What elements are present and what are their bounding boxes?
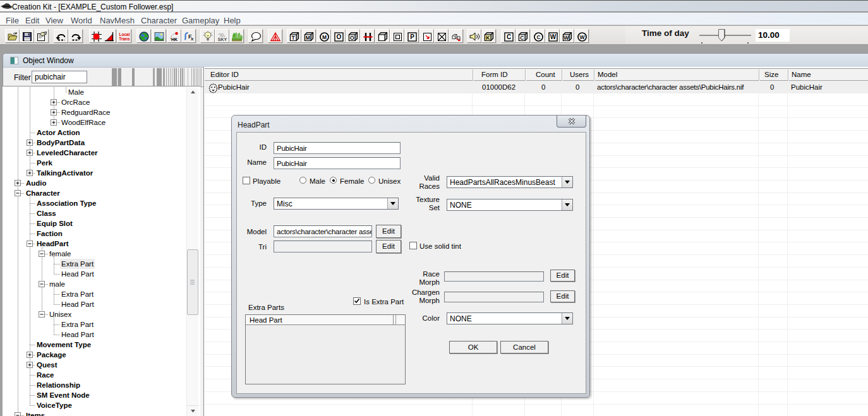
- svg-text:BodyPartData: BodyPartData: [37, 139, 85, 146]
- svg-text:T: T: [292, 35, 296, 41]
- svg-text:Head Part: Head Part: [61, 331, 95, 338]
- svg-text:LeveledCharacter: LeveledCharacter: [37, 149, 98, 157]
- svg-text:VoiceType: VoiceType: [37, 401, 72, 409]
- svg-text:Race: Race: [37, 371, 54, 379]
- svg-text:Head Part: Head Part: [61, 300, 95, 308]
- svg-text:Association Type: Association Type: [37, 199, 96, 207]
- svg-text:M: M: [306, 35, 310, 41]
- svg-text:Relationship: Relationship: [37, 381, 80, 389]
- svg-text:SKY: SKY: [218, 37, 227, 42]
- svg-text:Actor Action: Actor Action: [37, 129, 80, 136]
- svg-text:RedguardRace: RedguardRace: [61, 109, 110, 116]
- svg-text:P: P: [410, 33, 414, 40]
- svg-text:Male: Male: [68, 88, 84, 96]
- svg-text:SM Event Node: SM Event Node: [37, 391, 90, 399]
- svg-text:C: C: [507, 33, 511, 40]
- svg-text:Quest: Quest: [37, 361, 57, 369]
- svg-text:OrcRace: OrcRace: [61, 98, 90, 106]
- svg-text:W: W: [564, 35, 569, 41]
- svg-text:HK: HK: [171, 37, 178, 42]
- svg-text:TalkingActivator: TalkingActivator: [37, 169, 93, 177]
- svg-text:O: O: [337, 33, 342, 40]
- svg-text:HeadPart: HeadPart: [37, 240, 69, 247]
- svg-text:Extra Part: Extra Part: [61, 290, 94, 298]
- svg-text:K: K: [486, 35, 490, 41]
- svg-text:Audio: Audio: [26, 179, 47, 187]
- svg-text:C: C: [536, 34, 540, 40]
- svg-text:Character: Character: [26, 189, 60, 197]
- svg-text:WoodElfRace: WoodElfRace: [61, 119, 105, 126]
- svg-text:Faction: Faction: [37, 230, 63, 237]
- svg-text:Trans: Trans: [119, 37, 130, 41]
- svg-text:Perk: Perk: [37, 159, 53, 167]
- svg-text:W: W: [550, 33, 557, 40]
- svg-text:female: female: [49, 250, 71, 258]
- svg-text:C: C: [520, 35, 524, 41]
- svg-text:Head Part: Head Part: [61, 270, 95, 278]
- svg-text:male: male: [49, 280, 65, 288]
- svg-text:Extra Part: Extra Part: [61, 260, 94, 268]
- svg-text:Unisex: Unisex: [49, 311, 71, 318]
- svg-text:Package: Package: [37, 351, 66, 359]
- svg-text:Extra Part: Extra Part: [61, 321, 94, 328]
- svg-text:Equip Slot: Equip Slot: [37, 220, 73, 227]
- svg-text:Local: Local: [119, 32, 130, 37]
- svg-text:W: W: [579, 34, 585, 40]
- svg-text:O: O: [350, 35, 354, 41]
- svg-text:Items: Items: [26, 412, 45, 416]
- svg-text:Class: Class: [37, 210, 56, 217]
- svg-text:x: x: [191, 36, 194, 42]
- svg-text:Movement Type: Movement Type: [37, 341, 91, 348]
- svg-text:M: M: [322, 34, 327, 40]
